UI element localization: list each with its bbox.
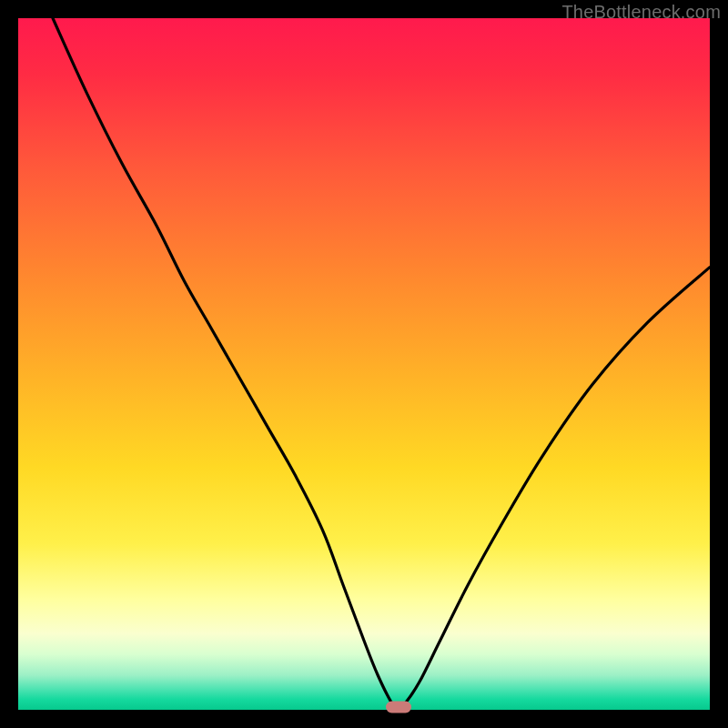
minimum-marker [386,702,411,713]
watermark-text: TheBottleneck.com [561,2,721,23]
plot-area [18,18,710,710]
bottleneck-curve [18,18,710,710]
curve-path [53,18,710,710]
chart-frame: TheBottleneck.com [0,0,728,728]
